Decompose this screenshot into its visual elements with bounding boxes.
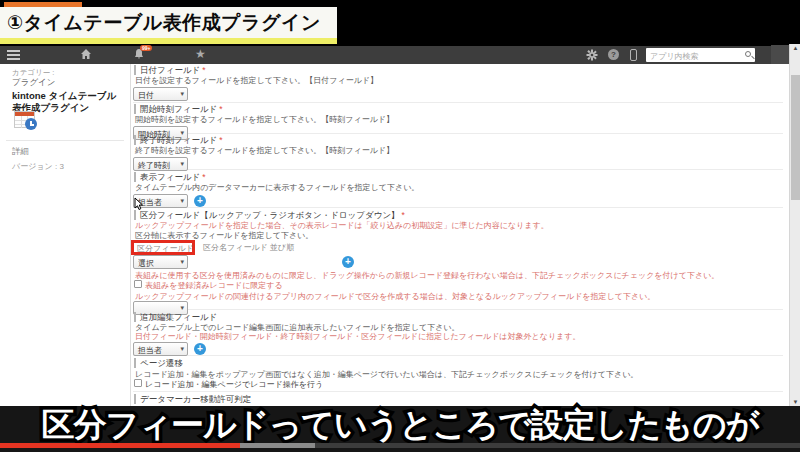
label-text: ページ遷移 (140, 358, 183, 368)
kubun-lookup-app-warning: ルックアップフィールドの関連付けるアプリ内のフィールドで区分を作成する場合は、対… (135, 292, 655, 301)
end-time-field-label: 終了時刻フィールド* (134, 135, 223, 145)
kubun-field-description: 区分軸に表示するフィールドを指定して下さい。 (135, 231, 313, 240)
divider (133, 207, 783, 208)
plugin-settings-form: 日付フィールド* 日付を設定するフィールドを指定して下さい。【日付フィールド】 … (131, 64, 786, 406)
date-field-select[interactable]: 日付 ▾ (133, 87, 188, 101)
chevron-down-icon: ▾ (180, 345, 184, 353)
progress-buffered (240, 443, 315, 448)
notification-badge: 99+ (140, 45, 152, 51)
help-icon[interactable]: ? (608, 49, 619, 60)
mouse-cursor (134, 197, 144, 211)
date-field-label: 日付フィールド* (134, 65, 206, 75)
add-edit-field-label: 追加編集フィールド (134, 312, 217, 322)
divider (133, 102, 783, 103)
add-display-field-button[interactable]: + (194, 195, 206, 207)
selected-value: 担当者 (138, 345, 162, 356)
mobile-device-icon[interactable] (630, 49, 637, 61)
subtitle-caption: 区分フィールドっていうところで設定したものが (0, 403, 800, 448)
required-mark: * (219, 135, 222, 145)
kubun-name-column-header: 区分名フィールド 並び順 (203, 243, 294, 252)
add-edit-field-description: タイムテーブル上でのレコード編集画面に追加表示したいフィールドを指定して下さい。 (135, 323, 460, 332)
home-icon[interactable] (80, 48, 92, 62)
search-icon[interactable] (745, 51, 751, 57)
page-transition-label: ページ遷移 (134, 358, 183, 368)
start-time-field-label: 開始時刻フィールド* (134, 104, 223, 114)
required-mark: * (219, 104, 222, 114)
details-link[interactable]: 詳細 (12, 146, 29, 158)
gear-icon[interactable] (586, 49, 598, 63)
label-text: 追加編集フィールド (140, 312, 217, 322)
selected-value: 終了時刻 (138, 160, 170, 171)
banner-underline (0, 38, 337, 44)
chevron-down-icon: ▾ (180, 258, 184, 266)
kubun-field-select[interactable]: 選択 ▾ (133, 255, 188, 269)
in-app-search-input[interactable]: アプリ内検索 (646, 48, 755, 62)
video-progress-bar[interactable] (0, 443, 800, 448)
search-placeholder: アプリ内検索 (650, 51, 699, 62)
scroll-up-arrow[interactable]: ▲ (790, 45, 800, 52)
plugin-sidebar: カテゴリー : プラグイン kintone タイムテーブル表作成プラグイン 詳細… (0, 64, 131, 406)
kubun-column-header: 区分フィールド (137, 243, 194, 254)
page-transition-description: レコード追加・編集をポップアップ画面ではなく追加・編集ページで行いたい場合は、下… (135, 370, 638, 379)
display-field-label: 表示フィールド* (134, 172, 206, 182)
divider (133, 169, 783, 170)
required-mark: * (202, 65, 205, 75)
annotation-red-box: 区分フィールド (131, 240, 195, 255)
page-transition-checkbox-label: レコード追加・編集ページでレコード操作を行う (145, 380, 323, 389)
display-field-description: タイムテーブル内のデータマーカーに表示するフィールドを指定して下さい。 (135, 183, 419, 192)
kubun-restrict-warning: 表組みに使用する区分を使用済みのものに限定し、ドラッグ操作からの新規レコード登録… (135, 271, 719, 280)
sidebar-divider (6, 140, 124, 141)
chevron-down-icon: ▾ (180, 160, 184, 168)
label-text: 終了時刻フィールド (140, 135, 217, 145)
progress-played (0, 443, 240, 448)
notifications-bell-icon[interactable]: 99+ (133, 48, 145, 62)
kubun-lookup-warning: ルックアップフィールドを指定した場合、その表示レコードは「絞り込みの初期設定」に… (135, 221, 549, 230)
divider (133, 309, 783, 310)
video-frame: ①タイムテーブル表作成プラグイン 99+ ★ (0, 0, 800, 452)
version-label: バージョン : 3 (12, 161, 64, 172)
chevron-down-icon: ▾ (180, 197, 184, 205)
end-time-field-select[interactable]: 終了時刻 ▾ (133, 157, 188, 171)
app-header: 99+ ★ ? アプリ内検索 (0, 46, 789, 64)
title-banner: ①タイムテーブル表作成プラグイン (0, 7, 337, 38)
end-time-field-description: 終了時刻を設定するフィールドを指定して下さい。【時刻フィールド】 (135, 146, 394, 155)
scrollbar[interactable]: ▲ ▼ (789, 44, 800, 407)
add-edit-field-warning: 日付フィールド・開始時刻フィールド・終了時刻フィールド・区分フィールドに指定した… (135, 332, 580, 341)
start-time-field-description: 開始時刻を設定するフィールドを指定して下さい。【時刻フィールド】 (135, 115, 394, 124)
scrollbar-thumb[interactable] (791, 75, 800, 200)
page-transition-checkbox[interactable] (134, 379, 142, 387)
date-field-description: 日付を設定するフィールドを指定して下さい。【日付フィールド】 (135, 76, 378, 85)
required-mark: * (202, 172, 205, 182)
restrict-records-checkbox-label: 表組みを登録済みレコードに限定する (145, 281, 283, 290)
chevron-down-icon: ▾ (180, 304, 184, 312)
divider (133, 355, 783, 356)
label-text: 表示フィールド (140, 172, 200, 182)
sidebar-item-plugin[interactable]: プラグイン (12, 77, 56, 89)
chevron-down-icon: ▾ (180, 90, 184, 98)
divider (133, 391, 783, 392)
clock-icon (25, 118, 37, 130)
selected-value: 選択 (138, 258, 154, 269)
required-mark: * (402, 210, 405, 220)
timetable-plugin-icon (14, 111, 38, 131)
add-edit-field-select[interactable]: 担当者 ▾ (133, 342, 188, 356)
kubun-field-label: 区分フィールド【ルックアップ・ラジオボタン・ドロップダウン】* (134, 210, 405, 220)
label-text: 区分フィールド【ルックアップ・ラジオボタン・ドロップダウン】 (140, 210, 400, 220)
add-kubun-row-button[interactable]: + (342, 256, 354, 268)
hamburger-menu-icon[interactable] (7, 50, 20, 62)
selected-value: 日付 (138, 90, 154, 101)
restrict-records-checkbox[interactable] (134, 280, 142, 288)
add-edit-field-add-button[interactable]: + (194, 343, 206, 355)
favorites-star-icon[interactable]: ★ (195, 48, 206, 60)
label-text: 日付フィールド (140, 65, 200, 75)
label-text: 開始時刻フィールド (140, 104, 217, 114)
divider (133, 133, 783, 134)
